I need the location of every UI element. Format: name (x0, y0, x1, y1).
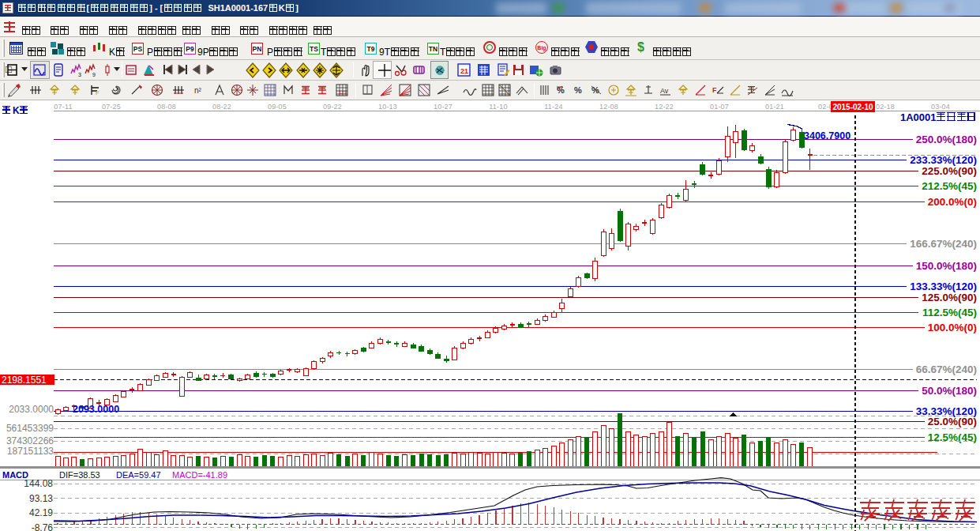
svg-text:10-27: 10-27 (434, 103, 452, 111)
svg-text:%: % (557, 85, 565, 95)
svg-text:66.67%(240): 66.67%(240) (916, 363, 977, 375)
svg-text:MACD=-41.89: MACD=-41.89 (172, 470, 227, 480)
svg-text:200.0%(0): 200.0%(0) (928, 196, 977, 208)
svg-text:150.0%(180): 150.0%(180) (916, 260, 977, 272)
svg-text:11-24: 11-24 (544, 103, 562, 111)
svg-text:01-07: 01-07 (710, 103, 729, 111)
svg-text:07-11: 07-11 (54, 103, 72, 111)
svg-text:21: 21 (460, 67, 468, 75)
svg-text:n²: n² (194, 86, 202, 95)
svg-text:133.33%(120): 133.33%(120) (910, 281, 977, 292)
svg-text:DIF=38.53: DIF=38.53 (59, 470, 100, 480)
svg-text:12-08: 12-08 (599, 103, 618, 111)
svg-text:187151133: 187151133 (7, 446, 54, 457)
svg-text:08-08: 08-08 (157, 103, 176, 111)
svg-text:%: % (574, 85, 582, 95)
svg-text:02-18: 02-18 (876, 103, 895, 111)
svg-text:%: % (591, 85, 599, 95)
svg-text:561453399: 561453399 (6, 423, 54, 434)
svg-text:-8.76: -8.76 (32, 522, 54, 531)
svg-text:10-13: 10-13 (378, 103, 397, 111)
svg-text:100.0%(0): 100.0%(0) (928, 322, 977, 333)
svg-text:3: 3 (78, 72, 81, 77)
svg-text:K: K (13, 105, 20, 116)
svg-text:08-22: 08-22 (212, 103, 231, 111)
svg-text:212.5%(45): 212.5%(45) (922, 180, 977, 192)
svg-text:09-22: 09-22 (323, 103, 342, 111)
svg-text:1A0001: 1A0001 (900, 111, 937, 123)
svg-text:2015-02-10: 2015-02-10 (832, 103, 873, 111)
svg-text:112.5%(45): 112.5%(45) (922, 307, 977, 318)
svg-text:07-25: 07-25 (102, 103, 121, 111)
svg-text:F: F (712, 86, 717, 94)
svg-text:250.0%(180): 250.0%(180) (916, 134, 977, 145)
svg-text:11-10: 11-10 (489, 103, 507, 111)
svg-text:3406.7900: 3406.7900 (804, 130, 850, 141)
svg-text:01-21: 01-21 (765, 103, 784, 111)
svg-text:225.0%(90): 225.0%(90) (922, 165, 977, 177)
svg-text:125.0%(90): 125.0%(90) (922, 292, 977, 303)
svg-text:144.08: 144.08 (24, 478, 53, 489)
svg-text:12-22: 12-22 (655, 103, 674, 111)
svg-text:Av: Av (660, 87, 669, 95)
svg-text:233.33%(120): 233.33%(120) (910, 154, 977, 166)
svg-text:2033.0000: 2033.0000 (9, 404, 54, 415)
svg-text:166.67%(240): 166.67%(240) (910, 238, 977, 250)
svg-text:93.13: 93.13 (29, 493, 53, 504)
svg-text:DEA=59.47: DEA=59.47 (116, 470, 161, 480)
svg-text:03-04: 03-04 (931, 103, 950, 111)
svg-text:09-05: 09-05 (268, 103, 287, 111)
svg-text:9: 9 (92, 72, 96, 77)
svg-text:42.19: 42.19 (29, 507, 53, 518)
svg-text:25.0%(90): 25.0%(90) (928, 416, 977, 427)
svg-text:F: F (96, 89, 100, 96)
svg-text:2198.1551: 2198.1551 (2, 375, 47, 386)
svg-text:123: 123 (339, 90, 347, 95)
svg-text:50.0%(180): 50.0%(180) (922, 385, 977, 397)
svg-text:2093.0000: 2093.0000 (73, 404, 119, 415)
